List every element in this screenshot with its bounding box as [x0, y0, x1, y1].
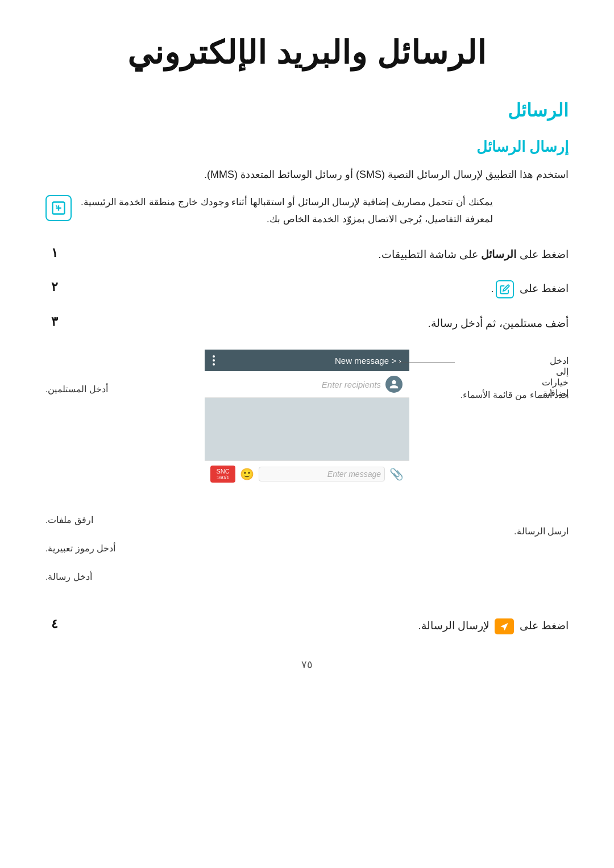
phone-mockup: ‹ < New message Enter recipients 📎 Enter…: [205, 350, 409, 487]
phone-contacts-icon[interactable]: [385, 376, 403, 393]
ann-emoji: أدخل رموز تعبيرية.: [45, 543, 115, 553]
annotation-left-1: أدخل المستلمين.: [45, 384, 108, 394]
annotation-left-4: أدخل رسالة.: [45, 571, 92, 582]
step-1-number: ١: [45, 246, 64, 260]
subsection-title: إرسال الرسائل: [45, 138, 569, 156]
phone-compose-input[interactable]: Enter message: [259, 467, 385, 481]
step-2-text: اضغط على .: [72, 280, 569, 298]
step-4-text: اضغط على لإرسال الرسالة.: [72, 617, 569, 635]
send-icon-inline: [495, 618, 514, 634]
intro-text: استخدم هذا التطبيق لإرسال الرسائل النصية…: [45, 166, 569, 184]
phone-back-button[interactable]: ‹ < New message: [335, 356, 401, 366]
step-4-number: ٤: [45, 617, 64, 632]
diagram-area: ‹ < New message Enter recipients 📎 Enter…: [45, 350, 569, 594]
phone-send-label: SNC: [214, 468, 232, 475]
note-icon: [45, 195, 72, 221]
step-2-number: ٢: [45, 280, 64, 294]
page-number: ٧٥: [301, 659, 313, 670]
ann-enter-message: أدخل رسالة.: [45, 572, 92, 582]
phone-compose-row: 📎 Enter message 🙂 SNC 160/1: [205, 460, 409, 487]
step-1-text: اضغط على الرسائل على شاشة التطبيقات.: [72, 246, 569, 264]
phone-recipients-row: Enter recipients: [205, 371, 409, 398]
annotation-right-2: حدد أسماء من قائمة الأسماء.: [460, 389, 569, 400]
step-4-list: ٤ اضغط على لإرسال الرسالة.: [45, 617, 569, 635]
steps-list: ١ اضغط على الرسائل على شاشة التطبيقات. ٢…: [45, 246, 569, 333]
annotation-right-3: ارسل الرسالة.: [514, 526, 569, 537]
step-1: ١ اضغط على الرسائل على شاشة التطبيقات.: [45, 246, 569, 264]
phone-emoji-icon[interactable]: 🙂: [240, 467, 254, 481]
phone-header: ‹ < New message: [205, 350, 409, 371]
ann-attach-files: ارفق ملفات.: [45, 515, 93, 525]
ann-enter-recipients: أدخل المستلمين.: [45, 384, 108, 394]
note-text-block: يمكنك أن تتحمل مصاريف إضافية لإرسال الرس…: [81, 194, 493, 229]
main-title: الرسائل والبريد الإلكتروني: [45, 34, 569, 71]
note-text-2: لمعرفة التفاصيل، يُرجى الاتصال بمزوّد ال…: [81, 211, 493, 229]
step-3-text: أضف مستلمين، ثم أدخل رسالة.: [72, 314, 569, 333]
phone-send-button[interactable]: SNC 160/1: [210, 466, 235, 483]
phone-send-count: 160/1: [214, 475, 232, 480]
step-2: ٢ اضغط على .: [45, 280, 569, 298]
note-box: يمكنك أن تتحمل مصاريف إضافية لإرسال الرس…: [45, 194, 569, 229]
phone-header-title: < New message: [335, 356, 396, 366]
ann-send-message: ارسل الرسالة.: [514, 526, 569, 536]
phone-recipients-input[interactable]: Enter recipients: [211, 380, 381, 389]
ann-contacts-list: حدد أسماء من قائمة الأسماء.: [460, 390, 569, 400]
annotation-left-3: أدخل رموز تعبيرية.: [45, 543, 115, 554]
phone-attach-icon[interactable]: 📎: [389, 467, 404, 481]
phone-more-button[interactable]: [213, 355, 215, 366]
page-footer: ٧٥: [45, 658, 569, 671]
step-4: ٤ اضغط على لإرسال الرسالة.: [45, 617, 569, 635]
annotation-left-2: ارفق ملفات.: [45, 514, 93, 525]
step-3-number: ٣: [45, 314, 64, 329]
section-title: الرسائل: [45, 99, 569, 121]
note-text-1: يمكنك أن تتحمل مصاريف إضافية لإرسال الرس…: [81, 194, 493, 211]
edit-icon-inline: [496, 280, 514, 298]
phone-body: [205, 398, 409, 460]
step-3: ٣ أضف مستلمين، ثم أدخل رسالة.: [45, 314, 569, 333]
